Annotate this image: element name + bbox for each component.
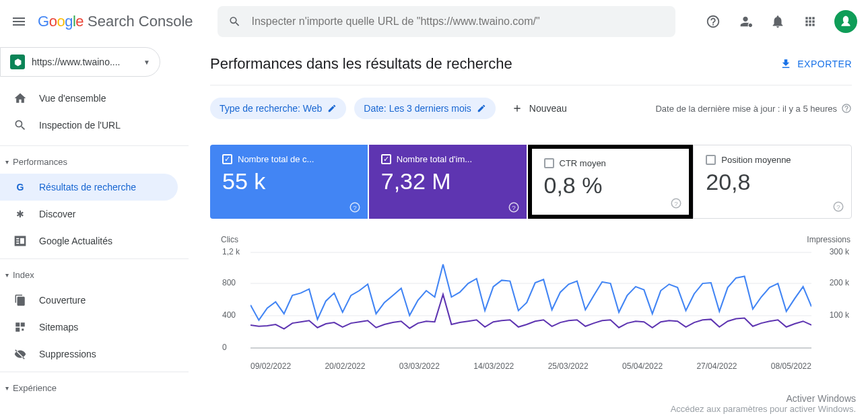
apps-grid-icon[interactable]: [802, 13, 818, 30]
checkbox-checked-icon: [222, 154, 232, 164]
help-icon[interactable]: ?: [349, 201, 361, 213]
notifications-icon[interactable]: [770, 13, 786, 30]
x-tick: 20/02/2022: [325, 361, 365, 371]
help-icon[interactable]: [841, 103, 852, 114]
property-selector[interactable]: ⬢ https://www.twaino.... ▼: [0, 47, 160, 77]
sidebar-item-label: Discover: [39, 209, 75, 219]
filter-chip-date[interactable]: Date: Les 3 derniers mois: [354, 98, 496, 119]
chevron-down-icon: ▼: [143, 59, 150, 66]
hamburger-icon[interactable]: [11, 13, 27, 30]
y-tick: 1,2 k: [222, 247, 240, 256]
url-inspection-search[interactable]: [218, 6, 675, 37]
main-content: Performances dans les résultats de reche…: [189, 43, 868, 418]
checkbox-icon: [544, 158, 554, 168]
sidebar-item-removals[interactable]: Suppressions: [0, 341, 178, 368]
sidebar-item-label: Couverture: [39, 295, 86, 306]
property-url: https://www.twaino....: [32, 57, 137, 67]
manage-users-icon[interactable]: [737, 13, 754, 30]
windows-activation-watermark: Activer Windows Accédez aux paramètres p…: [671, 393, 856, 414]
property-badge-icon: ⬢: [10, 55, 25, 69]
svg-text:?: ?: [675, 200, 679, 207]
google-g-icon: G: [13, 180, 27, 194]
coverage-icon: [13, 293, 27, 307]
sidebar-section-index[interactable]: ▾ Index: [0, 263, 189, 287]
x-tick: 05/04/2022: [622, 361, 663, 371]
x-tick: 08/05/2022: [771, 361, 811, 371]
performance-chart: Clics Impressions 1,2 k 800 400 0 300 k …: [210, 235, 852, 383]
filter-bar: Type de recherche: Web Date: Les 3 derni…: [210, 85, 852, 131]
y-tick: 200 k: [830, 278, 849, 287]
x-tick: 09/02/2022: [251, 361, 291, 371]
help-icon[interactable]: ?: [508, 201, 520, 213]
metric-value-position: 20,8: [706, 169, 839, 195]
sidebar-item-label: Inspection de l'URL: [39, 120, 121, 131]
search-icon: [228, 15, 241, 28]
sidebar-item-coverage[interactable]: Couverture: [0, 287, 178, 314]
last-update-text: Date de la dernière mise à jour : il y a…: [655, 103, 852, 114]
sidebar-item-label: Vue d'ensemble: [39, 93, 106, 104]
y-tick: 400: [222, 310, 236, 320]
metric-card-impressions[interactable]: Nombre total d'im... 7,32 M ?: [369, 145, 528, 219]
download-icon: [780, 58, 792, 70]
x-tick: 03/03/2022: [399, 361, 440, 371]
y-tick: 800: [222, 278, 236, 287]
sidebar-item-label: Google Actualités: [39, 236, 112, 246]
svg-text:?: ?: [512, 204, 516, 211]
metric-value-ctr: 0,8 %: [544, 172, 677, 199]
export-button[interactable]: EXPORTER: [780, 58, 852, 70]
product-name: Search Console: [88, 13, 193, 30]
metric-value-clicks: 55 k: [222, 168, 356, 195]
sidebar-section-performance[interactable]: ▾ Performances: [0, 150, 189, 174]
sidebar-item-label: Sitemaps: [39, 322, 78, 333]
pencil-icon: [327, 104, 337, 113]
y-tick: 300 k: [830, 247, 849, 256]
chart-svg: [251, 248, 811, 353]
metric-value-impressions: 7,32 M: [381, 168, 514, 195]
help-icon[interactable]: [705, 13, 721, 30]
metric-card-ctr[interactable]: CTR moyen 0,8 % ?: [528, 145, 694, 219]
metric-card-clicks[interactable]: Nombre total de c... 55 k ?: [210, 145, 369, 219]
x-axis-ticks: 09/02/2022 20/02/2022 03/03/2022 14/03/2…: [251, 361, 811, 371]
sidebar-section-experience[interactable]: ▾ Expérience: [0, 376, 189, 400]
checkbox-checked-icon: [381, 154, 391, 164]
metric-card-position[interactable]: Position moyenne 20,8 ?: [693, 145, 852, 219]
home-icon: [13, 92, 27, 105]
chevron-down-icon: ▾: [5, 271, 9, 279]
user-avatar[interactable]: [834, 10, 857, 33]
chevron-down-icon: ▾: [5, 158, 9, 166]
svg-text:?: ?: [353, 204, 357, 211]
page-title: Performances dans les résultats de reche…: [210, 55, 512, 73]
help-icon[interactable]: ?: [670, 197, 682, 209]
sidebar-item-overview[interactable]: Vue d'ensemble: [0, 85, 178, 112]
logo[interactable]: Google Search Console: [38, 13, 193, 30]
search-icon: [13, 118, 27, 132]
news-icon: [13, 234, 27, 248]
sitemap-icon: [13, 320, 27, 334]
x-tick: 25/03/2022: [548, 361, 589, 371]
sidebar: ⬢ https://www.twaino.... ▼ Vue d'ensembl…: [0, 43, 189, 418]
x-tick: 27/04/2022: [696, 361, 737, 371]
sidebar-item-search-results[interactable]: G Résultats de recherche: [0, 174, 178, 201]
search-input[interactable]: [251, 15, 664, 28]
plus-icon: [512, 103, 523, 114]
right-axis-label: Impressions: [807, 235, 850, 244]
y-tick: 100 k: [830, 310, 849, 320]
y-tick: 0: [222, 343, 227, 352]
left-axis-label: Clics: [221, 235, 238, 244]
removals-icon: [13, 347, 27, 361]
x-tick: 14/03/2022: [473, 361, 514, 371]
add-filter-button[interactable]: Nouveau: [512, 103, 567, 114]
discover-icon: ✱: [13, 207, 27, 221]
svg-text:?: ?: [836, 203, 840, 211]
sidebar-item-label: Suppressions: [39, 349, 96, 359]
sidebar-item-sitemaps[interactable]: Sitemaps: [0, 314, 178, 341]
checkbox-icon: [706, 155, 716, 165]
sidebar-item-google-news[interactable]: Google Actualités: [0, 228, 178, 254]
help-icon[interactable]: ?: [832, 201, 844, 213]
sidebar-item-discover[interactable]: ✱ Discover: [0, 201, 178, 228]
pencil-icon: [477, 104, 486, 113]
filter-chip-search-type[interactable]: Type de recherche: Web: [210, 98, 346, 119]
app-header: Google Search Console: [0, 0, 868, 43]
metrics-row: Nombre total de c... 55 k ? Nombre total…: [210, 145, 852, 219]
sidebar-item-url-inspection[interactable]: Inspection de l'URL: [0, 112, 178, 139]
